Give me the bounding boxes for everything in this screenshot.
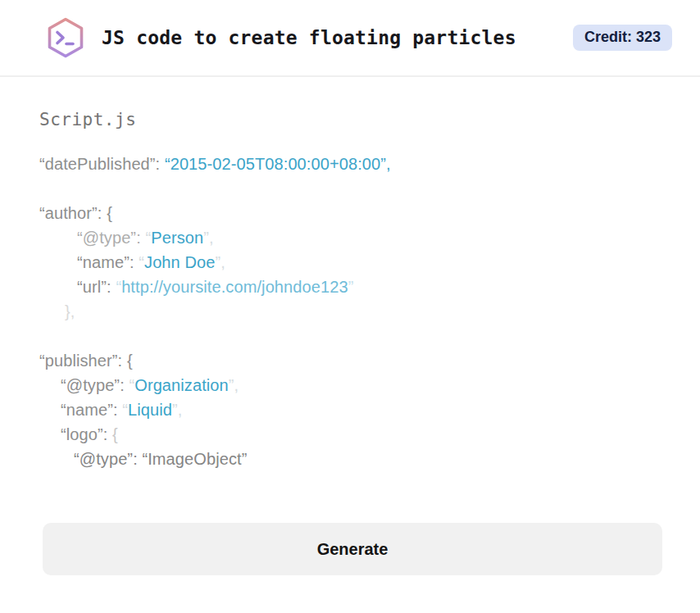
code-block: “datePublished”: “2015-02-05T08:00:00+08… <box>39 152 661 471</box>
code-segment: “@type”: <box>61 376 129 394</box>
file-name-label: Script.js <box>39 110 661 129</box>
generate-button[interactable]: Generate <box>43 523 662 575</box>
code-line: “url”: “http://yoursite.com/johndoe123” <box>39 275 661 299</box>
code-line: “datePublished”: “2015-02-05T08:00:00+08… <box>39 152 661 176</box>
code-line: “author”: { <box>39 201 661 225</box>
code-line: “logo”: { <box>39 422 661 447</box>
code-line: “name”: “John Doe”, <box>39 250 661 275</box>
generate-button-container: Generate <box>43 523 662 575</box>
code-segment: }, <box>65 302 75 320</box>
code-line <box>39 324 661 348</box>
code-line: “name”: “Liquid”, <box>39 397 661 422</box>
code-line: “publisher”: { <box>39 348 661 373</box>
terminal-hexagon-icon <box>43 15 89 61</box>
code-line <box>39 176 661 201</box>
code-segment: ”, <box>203 229 213 247</box>
code-segment: John Doe <box>144 253 215 271</box>
code-segment: “logo”: <box>61 425 112 443</box>
code-segment: ”, <box>215 253 225 271</box>
code-segment: : <box>136 229 145 247</box>
code-segment: “name”: <box>77 253 139 271</box>
code-segment: “datePublished”: <box>39 155 165 173</box>
code-line: “@type”: “ImageObject” <box>39 447 661 471</box>
app-header: JS code to create floating particles Cre… <box>0 0 700 77</box>
code-segment: “author”: { <box>39 204 112 222</box>
code-segment: ” <box>348 278 354 296</box>
code-segment: ”, <box>172 401 182 419</box>
code-segment: “name”: <box>61 401 122 419</box>
code-segment: http://yoursite.com/johndoe123 <box>121 278 348 296</box>
code-line: }, <box>39 299 661 324</box>
code-segment: Person <box>151 229 203 247</box>
code-segment: Liquid <box>128 401 172 419</box>
code-line: “@type”: “Person”, <box>39 225 661 250</box>
code-segment: “publisher”: { <box>39 352 133 370</box>
credit-badge: Credit: 323 <box>573 25 672 51</box>
code-segment: “@type”: “ImageObject” <box>74 450 247 468</box>
code-segment: “@type” <box>77 229 136 247</box>
code-segment: “url”: <box>77 278 116 296</box>
code-segment: ”, <box>229 376 239 394</box>
content-area: Script.js “datePublished”: “2015-02-05T0… <box>0 77 700 471</box>
code-line: “@type”: “Organization”, <box>39 373 661 397</box>
code-segment: Organization <box>134 376 229 394</box>
code-segment: { <box>112 425 118 443</box>
page-title: JS code to create floating particles <box>102 27 516 48</box>
code-segment: “2015-02-05T08:00:00+08:00”, <box>165 155 391 173</box>
